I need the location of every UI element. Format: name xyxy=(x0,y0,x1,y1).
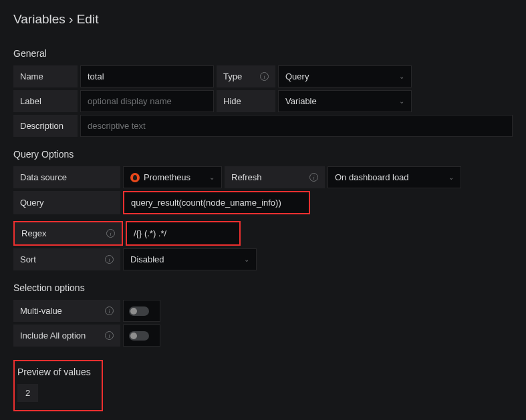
prometheus-icon xyxy=(130,173,140,182)
multi-value-toggle-wrap xyxy=(123,300,160,322)
info-icon[interactable]: i xyxy=(105,331,114,340)
datasource-select[interactable]: Prometheus ⌄ xyxy=(123,166,222,188)
chevron-down-icon: ⌄ xyxy=(448,174,454,181)
refresh-label: Refresh i xyxy=(225,166,325,188)
chevron-down-icon: ⌄ xyxy=(399,97,404,105)
hide-select[interactable]: Variable ⌄ xyxy=(278,90,412,112)
datasource-label: Data source xyxy=(13,166,120,188)
label-label: Label xyxy=(13,90,78,112)
multi-value-toggle[interactable] xyxy=(129,306,149,316)
info-icon[interactable]: i xyxy=(105,306,114,315)
query-input[interactable] xyxy=(123,191,310,214)
preview-value: 2 xyxy=(17,384,38,402)
include-all-label: Include All option i xyxy=(13,325,120,347)
include-all-toggle-wrap xyxy=(123,325,160,347)
sort-label: Sort i xyxy=(13,248,120,270)
multi-value-label: Multi-value i xyxy=(13,300,120,322)
selection-options-heading: Selection options xyxy=(13,282,513,293)
info-icon[interactable]: i xyxy=(106,229,115,238)
description-label: Description xyxy=(13,115,78,137)
preview-section: Preview of values 2 xyxy=(13,360,103,411)
preview-heading: Preview of values xyxy=(17,367,91,377)
name-input[interactable] xyxy=(80,65,214,87)
sort-select[interactable]: Disabled ⌄ xyxy=(123,248,257,270)
label-input[interactable] xyxy=(80,90,214,112)
general-heading: General xyxy=(13,48,513,59)
refresh-select[interactable]: On dashboard load ⌄ xyxy=(327,166,461,188)
type-select[interactable]: Query ⌄ xyxy=(278,65,412,87)
chevron-down-icon: ⌄ xyxy=(399,73,404,80)
query-options-heading: Query Options xyxy=(13,149,513,160)
name-label: Name xyxy=(13,65,78,87)
chevron-down-icon: ⌄ xyxy=(244,256,249,263)
info-icon[interactable]: i xyxy=(260,72,269,81)
info-icon[interactable]: i xyxy=(105,255,114,264)
description-input[interactable] xyxy=(80,115,513,137)
page-title: Variables › Edit xyxy=(0,0,526,32)
query-label: Query xyxy=(13,191,120,214)
type-label: Type i xyxy=(217,65,275,87)
chevron-down-icon: ⌄ xyxy=(209,174,215,181)
include-all-toggle[interactable] xyxy=(129,331,149,341)
regex-input[interactable] xyxy=(126,221,241,246)
info-icon[interactable]: i xyxy=(309,173,318,182)
hide-label: Hide xyxy=(217,90,275,112)
regex-label: Regex i xyxy=(13,221,123,246)
